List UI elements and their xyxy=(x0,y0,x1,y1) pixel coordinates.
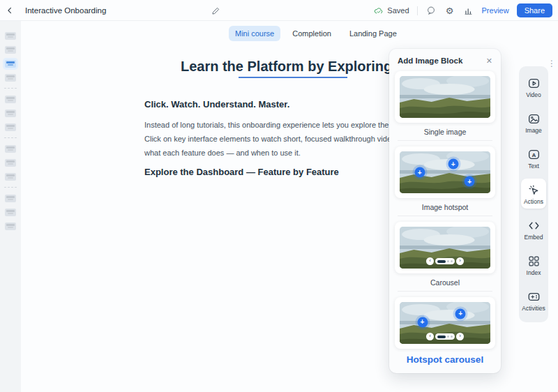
carousel-prev-icon: ‹ xyxy=(426,333,434,340)
slide-thumbnail-1[interactable] xyxy=(5,32,16,40)
option-label-highlighted: Hotspot carousel xyxy=(395,349,495,369)
text-icon: A xyxy=(527,147,541,161)
slide-thumbnail-3[interactable] xyxy=(5,60,16,68)
landscape-image: ‹ › xyxy=(400,227,490,269)
image-block-option-single-image[interactable]: Single image xyxy=(389,71,501,140)
back-button[interactable] xyxy=(0,0,20,21)
bar-chart-icon xyxy=(464,6,473,15)
chevron-left-icon xyxy=(6,6,14,15)
embed-code-icon xyxy=(527,218,541,232)
carousel-controls: ‹ › xyxy=(426,257,464,265)
popup-separator xyxy=(398,216,492,216)
slide-thumbnail-13[interactable] xyxy=(5,223,16,230)
slide-group-separator xyxy=(4,137,17,138)
video-icon xyxy=(527,76,541,90)
hotspot-plus-icon: + xyxy=(448,159,458,169)
toolbar-menu-dots[interactable]: ⋮ xyxy=(548,59,556,68)
pencil-icon xyxy=(211,6,220,15)
svg-text:A: A xyxy=(531,151,536,158)
carousel-prev-icon: ‹ xyxy=(426,257,434,265)
carousel-next-icon: › xyxy=(456,333,464,340)
slide-thumbnail-2[interactable] xyxy=(5,46,16,54)
carousel-controls: ‹ › xyxy=(426,333,464,340)
landscape-image: + + ‹ › xyxy=(400,302,490,344)
topbar-divider xyxy=(417,6,418,15)
option-label: Carousel xyxy=(395,273,495,291)
save-status: Saved xyxy=(374,6,409,15)
popup-title: Add Image Block xyxy=(398,56,462,65)
slides-panel xyxy=(0,21,21,392)
slide-group-separator xyxy=(4,88,17,89)
edit-title-button[interactable] xyxy=(208,3,223,18)
page-title: Interactive Onboarding xyxy=(25,6,106,15)
actions-cursor-icon xyxy=(527,183,541,197)
tool-activities[interactable]: Activities xyxy=(521,285,546,315)
tool-label: Text xyxy=(528,163,539,169)
gear-icon: ⚙ xyxy=(446,6,454,15)
preview-button[interactable]: Preview xyxy=(482,6,509,15)
heading-underline xyxy=(239,77,347,78)
tab-landing-page[interactable]: Landing Page xyxy=(343,26,403,41)
carousel-next-icon: › xyxy=(456,257,464,265)
slide-thumbnail-6[interactable] xyxy=(5,110,16,117)
add-image-block-popup: Add Image Block ✕ Single image + + + Ima… xyxy=(389,49,501,373)
slide-group-separator xyxy=(4,187,17,188)
landscape-image xyxy=(400,76,490,118)
tool-label: Embed xyxy=(525,234,543,241)
tool-image[interactable]: Image xyxy=(521,107,546,137)
tool-label: Video xyxy=(526,91,541,98)
slide-thumbnail-11[interactable] xyxy=(5,195,16,202)
cloud-check-icon xyxy=(374,6,384,15)
image-block-option-image-hotspot[interactable]: + + + Image hotspot xyxy=(389,146,501,216)
popup-separator xyxy=(398,291,492,292)
share-button[interactable]: Share xyxy=(517,3,552,17)
chat-bubble-icon xyxy=(426,6,436,15)
tool-label: Activities xyxy=(522,305,545,312)
image-icon xyxy=(527,112,541,126)
landscape-image: + + + xyxy=(400,151,490,193)
comments-button[interactable] xyxy=(425,5,437,16)
image-block-option-carousel[interactable]: ‹ › Carousel xyxy=(389,222,501,291)
tool-video[interactable]: Video xyxy=(521,72,546,102)
slide-thumbnail-8[interactable] xyxy=(5,145,16,153)
hotspot-plus-icon: + xyxy=(417,317,428,327)
option-label: Single image xyxy=(395,123,495,140)
carousel-dots xyxy=(435,333,455,340)
tool-index[interactable]: Index xyxy=(521,250,546,280)
close-icon[interactable]: ✕ xyxy=(486,57,492,65)
topbar: Interactive Onboarding Saved ⚙ Preview S xyxy=(0,0,558,21)
save-status-label: Saved xyxy=(387,6,409,15)
hotspot-plus-icon: + xyxy=(455,308,466,319)
popup-separator xyxy=(398,140,492,141)
tool-embed[interactable]: Embed xyxy=(521,214,546,244)
block-toolbar: Video Image A Text Actions Embed Index xyxy=(519,66,548,322)
slide-thumbnail-9[interactable] xyxy=(5,159,16,167)
tool-label: Index xyxy=(527,269,541,276)
activities-icon xyxy=(527,289,541,303)
tool-actions[interactable]: Actions xyxy=(521,179,546,209)
analytics-button[interactable] xyxy=(463,5,474,16)
slide-thumbnail-4[interactable] xyxy=(5,74,16,82)
slide-thumbnail-10[interactable] xyxy=(5,173,16,181)
option-label: Image hotspot xyxy=(395,198,495,216)
tab-mini-course[interactable]: Mini course xyxy=(229,26,280,41)
slide-thumbnail-7[interactable] xyxy=(5,123,16,131)
image-block-option-hotspot-carousel[interactable]: + + ‹ › Hotspot carousel xyxy=(389,297,501,369)
tool-label: Actions xyxy=(524,198,543,205)
tab-completion[interactable]: Completion xyxy=(286,26,338,41)
carousel-dots xyxy=(435,258,455,264)
tool-text[interactable]: A Text xyxy=(521,143,546,173)
tool-label: Image xyxy=(525,127,542,134)
slide-thumbnail-12[interactable] xyxy=(5,209,16,216)
course-tabs: Mini course Completion Landing Page xyxy=(229,26,403,41)
settings-button[interactable]: ⚙ xyxy=(444,5,455,16)
hotspot-plus-icon: + xyxy=(465,176,475,187)
slide-thumbnail-5[interactable] xyxy=(5,96,16,103)
index-grid-icon xyxy=(527,254,541,268)
hotspot-plus-icon: + xyxy=(414,167,425,178)
